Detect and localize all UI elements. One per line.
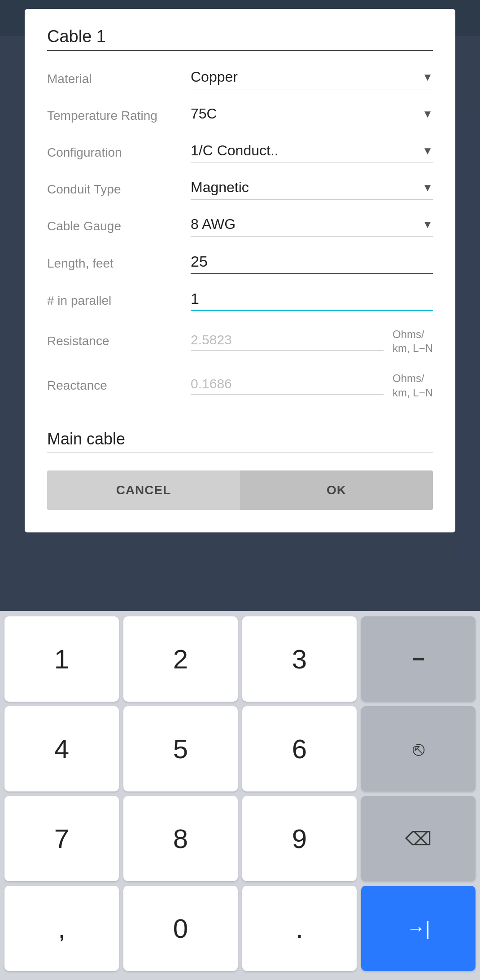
- resistance-row: Resistance Ohms/km, L−N: [47, 327, 433, 355]
- key-7[interactable]: 7: [4, 796, 119, 881]
- cable-gauge-value: 8 AWG: [191, 216, 236, 233]
- temperature-label: Temperature Rating: [47, 109, 191, 123]
- key-2[interactable]: 2: [123, 616, 238, 702]
- action-buttons: CANCEL OK: [47, 470, 433, 510]
- material-dropdown[interactable]: Copper ▼: [191, 69, 433, 89]
- key-9[interactable]: 9: [242, 796, 357, 881]
- configuration-value: 1/C Conduct..: [191, 142, 279, 159]
- numeric-keyboard: 1 2 3 − 4 5 6 ⎋ 7 8 9 ⌫ , 0 . →|: [0, 611, 480, 980]
- key-comma[interactable]: ,: [4, 886, 119, 971]
- resistance-label: Resistance: [47, 334, 191, 348]
- length-feet-input[interactable]: [191, 253, 433, 274]
- resistance-input: [191, 332, 384, 351]
- material-chevron-icon: ▼: [422, 71, 433, 83]
- reactance-unit: Ohms/km, L−N: [393, 371, 433, 399]
- material-label: Material: [47, 72, 191, 86]
- cable-title-input[interactable]: [47, 27, 433, 51]
- reactance-label: Reactance: [47, 378, 191, 393]
- resistance-unit: Ohms/km, L−N: [393, 327, 433, 355]
- key-5[interactable]: 5: [123, 706, 238, 791]
- key-enter[interactable]: →|: [361, 886, 476, 971]
- key-3[interactable]: 3: [242, 616, 357, 702]
- cable-name-input[interactable]: [47, 430, 433, 453]
- key-tab[interactable]: ⎋: [361, 706, 476, 791]
- key-1[interactable]: 1: [4, 616, 119, 702]
- key-backspace[interactable]: ⌫: [361, 796, 476, 881]
- temperature-row: Temperature Rating 75C ▼: [47, 105, 433, 126]
- key-0[interactable]: 0: [123, 886, 238, 971]
- length-feet-label: Length, feet: [47, 256, 191, 271]
- key-4[interactable]: 4: [4, 706, 119, 791]
- resistance-value-wrap: Ohms/km, L−N: [191, 327, 433, 355]
- cable-gauge-row: Cable Gauge 8 AWG ▼: [47, 216, 433, 237]
- key-period[interactable]: .: [242, 886, 357, 971]
- configuration-label: Configuration: [47, 145, 191, 160]
- cable-gauge-chevron-icon: ▼: [422, 218, 433, 231]
- keyboard-row-1: 1 2 3 −: [4, 616, 476, 702]
- modal-dialog: Material Copper ▼ Temperature Rating 75C…: [25, 9, 455, 532]
- key-6[interactable]: 6: [242, 706, 357, 791]
- section-divider: [47, 416, 433, 416]
- reactance-input: [191, 376, 384, 395]
- configuration-dropdown[interactable]: 1/C Conduct.. ▼: [191, 142, 433, 163]
- keyboard-row-2: 4 5 6 ⎋: [4, 706, 476, 791]
- cable-gauge-dropdown[interactable]: 8 AWG ▼: [191, 216, 433, 237]
- reactance-row: Reactance Ohms/km, L−N: [47, 371, 433, 399]
- ok-button[interactable]: OK: [240, 470, 433, 510]
- in-parallel-label: # in parallel: [47, 294, 191, 308]
- reactance-value-wrap: Ohms/km, L−N: [191, 371, 433, 399]
- conduit-type-chevron-icon: ▼: [422, 181, 433, 194]
- conduit-type-row: Conduit Type Magnetic ▼: [47, 179, 433, 200]
- temperature-value: 75C: [191, 105, 217, 122]
- conduit-type-label: Conduit Type: [47, 182, 191, 197]
- key-minus[interactable]: −: [361, 616, 476, 702]
- key-8[interactable]: 8: [123, 796, 238, 881]
- temperature-dropdown[interactable]: 75C ▼: [191, 105, 433, 126]
- configuration-chevron-icon: ▼: [422, 145, 433, 157]
- keyboard-row-4: , 0 . →|: [4, 886, 476, 971]
- in-parallel-row: # in parallel: [47, 290, 433, 311]
- material-value: Copper: [191, 69, 238, 85]
- length-feet-row: Length, feet: [47, 253, 433, 274]
- conduit-type-dropdown[interactable]: Magnetic ▼: [191, 179, 433, 200]
- configuration-row: Configuration 1/C Conduct.. ▼: [47, 142, 433, 163]
- temperature-chevron-icon: ▼: [422, 108, 433, 120]
- cable-gauge-label: Cable Gauge: [47, 219, 191, 233]
- in-parallel-input[interactable]: [191, 290, 433, 311]
- conduit-type-value: Magnetic: [191, 179, 249, 196]
- keyboard-row-3: 7 8 9 ⌫: [4, 796, 476, 881]
- material-row: Material Copper ▼: [47, 69, 433, 89]
- cancel-button[interactable]: CANCEL: [47, 470, 240, 510]
